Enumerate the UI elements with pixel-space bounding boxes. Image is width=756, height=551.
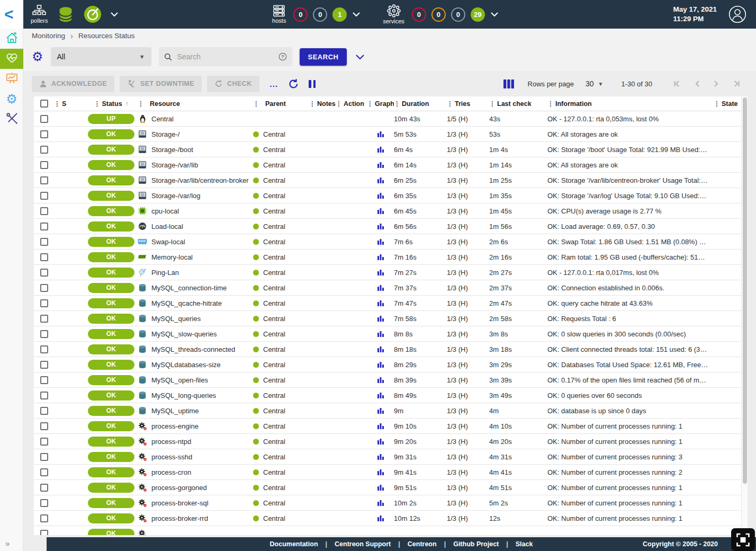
graph-icon[interactable] (377, 499, 384, 506)
table-row[interactable]: OKprocess-broker-sqlCentral10m 2s1/3 (H)… (34, 495, 748, 511)
column-header-status[interactable]: ⋮Status↑ (85, 100, 138, 108)
graph-icon[interactable] (377, 146, 384, 153)
status-badge[interactable]: OK (88, 283, 134, 293)
table-row[interactable]: OKMySQLdatabases-sizeCentral8m 29s1/3 (H… (34, 357, 748, 372)
graph-icon[interactable] (377, 407, 384, 414)
table-row[interactable]: OKprocess-gorgonedCentral9m 51s1/3 (H)4m… (34, 480, 748, 495)
parent-cell[interactable]: Central (253, 299, 309, 307)
graph-icon[interactable] (377, 299, 384, 307)
parent-cell[interactable]: Central (253, 238, 309, 246)
row-checkbox[interactable] (40, 315, 48, 323)
sidebar-collapse-button[interactable]: » (5, 539, 10, 548)
set-downtime-button[interactable]: SET DOWNTIME (120, 76, 202, 92)
status-badge[interactable]: OK (88, 237, 134, 247)
row-checkbox[interactable] (40, 207, 48, 215)
hosts-chevron-down-icon[interactable] (352, 12, 361, 17)
column-drag-handle-icon[interactable]: ⋮ (94, 100, 100, 108)
table-row[interactable]: OKprocess-engineCentral9m 10s1/3 (H)4m 1… (34, 419, 748, 434)
previous-page-button[interactable] (694, 79, 700, 88)
parent-cell[interactable]: Central (253, 422, 309, 430)
row-checkbox[interactable] (40, 438, 48, 446)
status-badge[interactable]: OK (88, 513, 134, 523)
column-header-parent[interactable]: ⋮Parent (253, 100, 309, 108)
resource-cell[interactable]: MySQL_threads-connected (138, 344, 253, 354)
status-badge[interactable]: OK (88, 129, 134, 139)
parent-cell[interactable]: Central (253, 468, 309, 476)
table-row[interactable]: OKprocess-sshdCentral9m 31s1/3 (H)4m 31s… (34, 449, 748, 465)
resource-cell[interactable]: process-broker-sql (138, 498, 253, 508)
filter-settings-gear-icon[interactable]: ⚙ (32, 50, 43, 63)
parent-cell[interactable]: Central (253, 223, 309, 230)
column-drag-handle-icon[interactable]: ⋮ (447, 100, 453, 108)
footer-link-slack[interactable]: Slack (508, 540, 541, 548)
broker-database-status-icon[interactable] (56, 5, 75, 24)
services-counter-red[interactable]: 0 (412, 7, 426, 22)
graph-icon[interactable] (377, 438, 384, 445)
sidebar-item-reporting[interactable] (0, 69, 23, 89)
footer-link-github-project[interactable]: Github Project (446, 540, 506, 548)
graph-icon[interactable] (377, 468, 384, 476)
row-checkbox[interactable] (40, 376, 48, 384)
breadcrumb-resources-status[interactable]: Resources Status (78, 32, 135, 40)
graph-icon[interactable] (377, 514, 384, 522)
graph-icon[interactable] (377, 253, 384, 261)
resource-cell[interactable]: process-broker-rrd (138, 513, 253, 523)
row-checkbox[interactable] (40, 192, 48, 200)
graph-icon[interactable] (377, 484, 384, 491)
column-header-action[interactable]: ⋮Action (336, 100, 367, 108)
column-header-s[interactable]: ⋮S (54, 100, 85, 108)
graph-icon[interactable] (377, 238, 384, 245)
column-header-graph[interactable]: ⋮Graph (367, 100, 394, 108)
column-drag-handle-icon[interactable]: ⋮ (309, 100, 316, 108)
resource-cell[interactable]: Storage-/var/lib (138, 160, 253, 170)
status-badge[interactable]: OK (88, 406, 134, 416)
table-row[interactable]: OKStorage-/var/logCentral6m 35s1/3 (H)1m… (34, 188, 748, 203)
parent-cell[interactable]: Central (253, 514, 309, 522)
hosts-counter-gray[interactable]: 0 (313, 7, 327, 22)
row-checkbox[interactable] (40, 361, 48, 369)
status-badge[interactable]: OK (88, 390, 134, 401)
table-scrollbar[interactable] (741, 96, 748, 535)
services-counter-green[interactable]: 29 (471, 7, 485, 22)
row-checkbox[interactable] (40, 284, 48, 292)
parent-cell[interactable]: Central (253, 284, 309, 292)
row-checkbox[interactable] (40, 484, 48, 492)
table-row[interactable]: OKLoad-localCentral6m 56s1/3 (H)1m 56sOK… (34, 219, 748, 234)
filter-criterias-select[interactable]: All ▼ (51, 47, 151, 66)
check-button[interactable]: CHECK (207, 76, 259, 92)
row-checkbox[interactable] (40, 115, 48, 123)
row-checkbox[interactable] (40, 345, 48, 353)
row-checkbox[interactable] (40, 330, 48, 338)
status-badge[interactable]: OK (88, 206, 134, 216)
resource-cell[interactable]: MySQL_queries (138, 314, 253, 323)
column-header-notes[interactable]: ⋮Notes (309, 100, 336, 108)
resource-cell[interactable]: MySQL_slow-queries (138, 329, 253, 339)
status-badge[interactable]: OK (88, 221, 134, 232)
table-row[interactable]: OKMySQL_threads-connectedCentral8m 18s1/… (34, 342, 748, 357)
status-badge[interactable]: OK (88, 452, 134, 462)
status-badge[interactable]: UP (88, 114, 134, 124)
parent-cell[interactable]: Central (253, 192, 309, 200)
resource-cell[interactable]: process-gorgoned (138, 483, 253, 492)
pollers-menu[interactable]: pollers (31, 5, 48, 24)
resource-cell[interactable]: Storage-/var/lib/centreon-broker (138, 175, 253, 185)
parent-cell[interactable]: Central (253, 407, 309, 415)
status-badge[interactable]: OK (88, 145, 134, 155)
parent-cell[interactable]: Central (253, 376, 309, 384)
resource-cell[interactable]: process-sshd (138, 452, 253, 461)
status-badge[interactable]: OK (88, 344, 134, 354)
sidebar-item-configuration[interactable]: ⚙ (0, 89, 23, 109)
row-checkbox[interactable] (40, 253, 48, 261)
graph-icon[interactable] (377, 130, 384, 138)
footer-link-centreon-support[interactable]: Centreon Support (327, 540, 398, 548)
status-badge[interactable]: OK (88, 529, 134, 536)
row-checkbox[interactable] (40, 407, 48, 415)
table-row[interactable]: OKStorage-/var/libCentral6m 14s1/3 (H)1m… (34, 157, 748, 173)
graph-icon[interactable] (377, 422, 384, 430)
resource-cell[interactable]: MySQL_connection-time (138, 283, 253, 292)
filters-expand-chevron-icon[interactable] (355, 54, 365, 60)
refresh-button[interactable] (288, 78, 299, 90)
hosts-counter-red[interactable]: 0 (293, 7, 308, 22)
parent-cell[interactable]: Central (253, 269, 309, 277)
table-row[interactable]: OKSwap-localCentral7m 6s1/3 (H)2m 6sOK: … (34, 234, 748, 250)
